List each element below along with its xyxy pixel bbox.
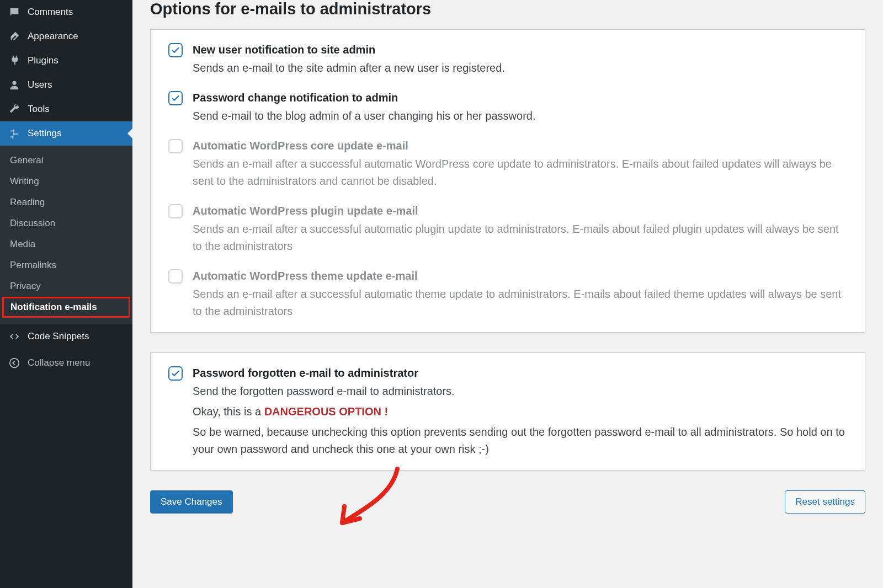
submenu-item-permalinks[interactable]: Permalinks — [0, 255, 132, 276]
admin-sidebar: Comments Appearance Plugins Users Tools — [0, 0, 132, 588]
collapse-icon — [8, 356, 21, 370]
option-desc: Send the forgotten password e-mail to ad… — [193, 383, 847, 400]
checkbox-plugin-update-email — [168, 204, 183, 218]
option-desc: Sends an e-mail after a successful autom… — [193, 286, 847, 320]
sidebar-item-plugins[interactable]: Plugins — [0, 49, 132, 73]
settings-submenu: General Writing Reading Discussion Media… — [0, 146, 132, 324]
svg-point-1 — [10, 359, 19, 368]
option-title: Password forgotten e-mail to administrat… — [193, 365, 847, 381]
sidebar-item-label: Users — [28, 79, 52, 90]
checkbox-new-user-notification[interactable] — [168, 43, 183, 57]
sidebar-item-label: Plugins — [28, 55, 58, 66]
option-body: Automatic WordPress plugin update e-mail… — [193, 203, 847, 255]
option-body: Password change notification to admin Se… — [193, 90, 847, 125]
warn-danger-text: DANGEROUS OPTION ! — [264, 405, 388, 418]
option-theme-update-email: Automatic WordPress theme update e-mail … — [168, 268, 847, 320]
option-password-change-notification: Password change notification to admin Se… — [168, 90, 847, 125]
settings-page: Options for e-mails to administrators Ne… — [132, 0, 883, 588]
submenu-item-writing[interactable]: Writing — [0, 171, 132, 192]
option-body: Automatic WordPress theme update e-mail … — [193, 268, 847, 320]
submenu-item-privacy[interactable]: Privacy — [0, 276, 132, 297]
option-desc: Sends an e-mail to the site admin after … — [193, 60, 847, 77]
collapse-menu[interactable]: Collapse menu — [0, 351, 132, 375]
form-buttons: Save Changes Reset settings — [150, 490, 865, 514]
option-title: Automatic WordPress theme update e-mail — [193, 268, 847, 284]
svg-point-0 — [12, 81, 16, 85]
comment-icon — [8, 6, 21, 19]
submenu-item-reading[interactable]: Reading — [0, 192, 132, 213]
warn-prefix: Okay, this is a — [193, 405, 264, 418]
option-warning-body: So be warned, because unchecking this op… — [193, 424, 847, 458]
plug-icon — [8, 54, 21, 67]
sidebar-item-label: Settings — [28, 128, 61, 139]
sidebar-item-appearance[interactable]: Appearance — [0, 24, 132, 49]
password-forgotten-panel: Password forgotten e-mail to administrat… — [150, 352, 865, 471]
option-title: New user notification to site admin — [193, 42, 847, 57]
sidebar-item-label: Tools — [28, 104, 50, 115]
main-menu: Comments Appearance Plugins Users Tools — [0, 0, 132, 146]
submenu-item-media[interactable]: Media — [0, 234, 132, 255]
code-icon — [8, 330, 21, 343]
user-icon — [8, 78, 21, 92]
option-warning-intro: Okay, this is a DANGEROUS OPTION ! — [193, 403, 847, 420]
option-core-update-email: Automatic WordPress core update e-mail S… — [168, 138, 847, 190]
sidebar-item-comments[interactable]: Comments — [0, 0, 132, 24]
submenu-item-general[interactable]: General — [0, 150, 132, 171]
collapse-label: Collapse menu — [28, 357, 90, 368]
wrench-icon — [8, 103, 21, 116]
sliders-icon — [8, 127, 21, 140]
checkbox-core-update-email — [168, 139, 183, 153]
admin-email-options-panel: New user notification to site admin Send… — [150, 29, 865, 333]
option-desc: Send e-mail to the blog admin of a user … — [193, 108, 847, 125]
option-plugin-update-email: Automatic WordPress plugin update e-mail… — [168, 203, 847, 255]
submenu-item-discussion[interactable]: Discussion — [0, 213, 132, 234]
option-body: Password forgotten e-mail to administrat… — [193, 365, 847, 458]
option-desc: Sends an e-mail after a successful autom… — [193, 156, 847, 190]
option-title: Automatic WordPress plugin update e-mail — [193, 203, 847, 218]
page-title: Options for e-mails to administrators — [150, 0, 865, 18]
save-button[interactable]: Save Changes — [150, 490, 233, 514]
option-body: Automatic WordPress core update e-mail S… — [193, 138, 847, 190]
reset-button[interactable]: Reset settings — [785, 490, 865, 514]
sidebar-item-settings[interactable]: Settings — [0, 121, 132, 146]
sidebar-item-label: Code Snippets — [28, 331, 89, 342]
option-new-user-notification: New user notification to site admin Send… — [168, 42, 847, 77]
checkbox-theme-update-email — [168, 269, 183, 284]
submenu-item-notification-emails[interactable]: Notification e-mails — [2, 297, 130, 318]
option-password-forgotten-admin: Password forgotten e-mail to administrat… — [168, 365, 847, 458]
checkbox-password-change-notification[interactable] — [168, 91, 183, 105]
sidebar-item-label: Appearance — [28, 31, 78, 42]
sidebar-item-tools[interactable]: Tools — [0, 97, 132, 121]
sidebar-item-code-snippets[interactable]: Code Snippets — [0, 324, 132, 349]
sidebar-item-users[interactable]: Users — [0, 73, 132, 97]
brush-icon — [8, 30, 21, 43]
after-menu: Code Snippets — [0, 324, 132, 349]
sidebar-item-label: Comments — [28, 7, 73, 18]
option-body: New user notification to site admin Send… — [193, 42, 847, 77]
option-title: Password change notification to admin — [193, 90, 847, 105]
option-desc: Sends an e-mail after a successful autom… — [193, 221, 847, 255]
checkbox-password-forgotten-admin[interactable] — [168, 366, 183, 381]
option-title: Automatic WordPress core update e-mail — [193, 138, 847, 153]
